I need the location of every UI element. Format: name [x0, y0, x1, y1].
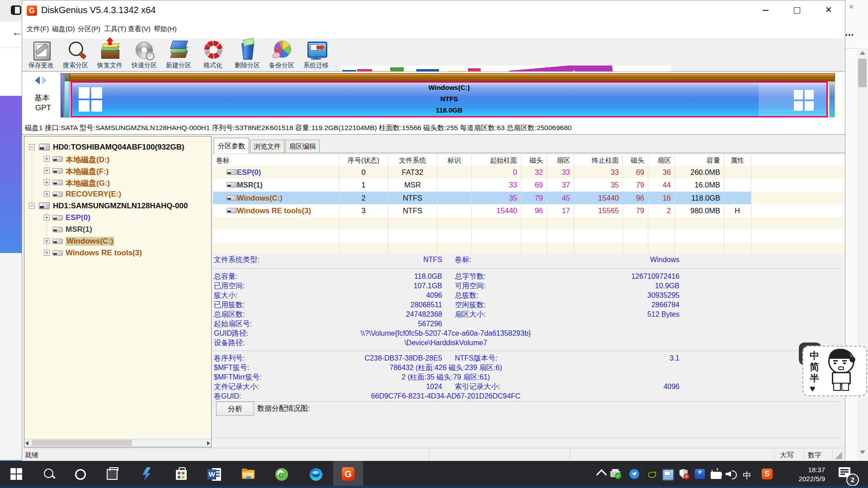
minimize-button[interactable]	[763, 10, 769, 11]
app-lightning-icon[interactable]	[140, 467, 154, 482]
table-row-selected[interactable]: Windows(C:) 2 NTFS 35 79 45 15440 96 16 …	[213, 192, 845, 204]
browser-tab-icon[interactable]	[11, 5, 21, 15]
edge-icon[interactable]	[309, 467, 323, 482]
tray-snowflake-icon[interactable]: *	[695, 469, 709, 483]
back-arrow-icon[interactable]: ←	[12, 27, 22, 37]
col-filesystem[interactable]: 文件系统	[388, 155, 437, 166]
tray-volume-icon[interactable]	[726, 469, 740, 483]
col-start-head[interactable]: 磁头	[521, 155, 543, 166]
search-partition-button[interactable]: 搜索分区	[58, 38, 93, 71]
tray-sogou-icon[interactable]: S	[762, 469, 776, 483]
scroll-up-icon[interactable]	[860, 51, 865, 55]
tree-item-local-g[interactable]: 本地磁盘(G:)	[24, 177, 211, 188]
tray-intel-gfx-icon[interactable]	[662, 469, 677, 483]
scroll-thumb[interactable]	[858, 59, 867, 87]
next-disk-arrow-icon[interactable]	[42, 76, 47, 84]
collapse-icon[interactable]	[29, 144, 35, 150]
tree-item-msr[interactable]: MSR(1)	[24, 224, 211, 235]
tab-sector-edit[interactable]: 扇区编辑	[285, 140, 320, 153]
store-icon[interactable]	[174, 467, 189, 482]
prev-disk-arrow-icon[interactable]	[35, 76, 40, 84]
tree-hscrollbar[interactable]	[24, 439, 211, 447]
expand-icon[interactable]	[44, 238, 50, 244]
tree-item-recovery-e[interactable]: RECOVERY(E:)	[24, 188, 211, 200]
col-identifier[interactable]: 标识	[437, 155, 472, 166]
tree-item-windows-re[interactable]: Windows RE tools(3)	[24, 247, 211, 259]
word-icon[interactable]: W	[208, 467, 222, 482]
maximize-button[interactable]	[794, 7, 800, 14]
close-icon[interactable]: ✕	[849, 3, 854, 11]
tray-expand-icon[interactable]	[596, 469, 607, 480]
tray-battery-icon[interactable]	[711, 469, 725, 483]
col-index-status[interactable]: 序号(状态)	[339, 155, 388, 166]
scroll-down-icon[interactable]	[860, 450, 865, 454]
expand-icon[interactable]	[44, 156, 50, 162]
tray-printer-icon[interactable]: ✓	[610, 469, 625, 483]
col-start-sector[interactable]: 扇区	[547, 155, 570, 166]
menu-partition[interactable]: 分区(P)	[78, 25, 100, 33]
diskgenius-taskbar-icon[interactable]: G	[341, 467, 355, 482]
expand-icon[interactable]	[44, 250, 50, 256]
tab-browse-files[interactable]: 浏览文件	[250, 140, 284, 153]
col-end-sector[interactable]: 扇区	[648, 155, 671, 166]
delete-partition-button[interactable]: 删除分区	[230, 38, 264, 71]
partition-windows-c[interactable]: Windows(C:) NTFS 118.0GB	[71, 81, 828, 117]
ellipsis-icon[interactable]: •••	[845, 32, 854, 38]
save-changes-button[interactable]: 保存更改	[24, 38, 58, 71]
format-button[interactable]: 格式化	[196, 38, 230, 71]
menu-file[interactable]: 文件(F)	[27, 25, 49, 33]
col-end-head[interactable]: 磁头	[623, 155, 644, 166]
tray-ime-lang-indicator[interactable]: 中	[743, 470, 751, 482]
tree-hscroll-thumb[interactable]	[32, 440, 132, 446]
col-capacity[interactable]: 容量	[675, 155, 720, 166]
tree-item-local-d[interactable]: 本地磁盘(D:)	[24, 153, 211, 165]
title-bar[interactable]: G DiskGenius V5.4.3.1342 x64 ✕	[22, 0, 845, 20]
file-explorer-icon[interactable]	[241, 467, 255, 482]
col-attributes[interactable]: 属性	[724, 155, 751, 166]
menu-help[interactable]: 帮助(H)	[154, 25, 177, 33]
cortana-button[interactable]	[73, 467, 88, 482]
expand-icon[interactable]	[44, 215, 50, 221]
col-start-cylinder[interactable]: 起始柱面	[472, 155, 517, 166]
quick-partition-button[interactable]: 快速分区	[127, 38, 161, 71]
partition-strip-re-tools[interactable]	[829, 81, 835, 117]
background-scrollbar[interactable]	[857, 48, 868, 462]
expand-icon[interactable]	[44, 179, 50, 185]
task-view-button[interactable]	[105, 467, 119, 482]
start-button[interactable]	[9, 467, 24, 482]
tree-item-hd0[interactable]: HD0:TOSHIBAMQ04ABF100(932GB)	[24, 141, 211, 153]
tree-item-esp[interactable]: ESP(0)	[24, 212, 211, 224]
expand-icon[interactable]	[44, 191, 50, 197]
tray-messenger-icon[interactable]	[629, 469, 644, 483]
table-row[interactable]: ESP(0) 0 FAT32 0 32 33 33 69 36 260.0MB	[213, 166, 845, 178]
ie-browser-icon[interactable]: e	[274, 467, 289, 482]
scroll-right-icon[interactable]	[207, 441, 210, 446]
menu-disk[interactable]: 磁盘(D)	[52, 25, 75, 33]
col-end-cylinder[interactable]: 终止柱面	[574, 155, 619, 166]
collapse-icon[interactable]	[29, 203, 35, 209]
table-row[interactable]: Windows RE tools(3) 3 NTFS 15440 96 17 1…	[213, 204, 845, 217]
table-row[interactable]: MSR(1) 1 MSR 33 69 37 35 79 44 16.0MB	[213, 178, 845, 191]
menu-view[interactable]: 查看(V)	[128, 25, 151, 33]
taskbar-clock[interactable]: 18:37 2022/5/9	[784, 465, 825, 483]
resize-grip[interactable]	[835, 452, 842, 459]
tree-item-windows-c[interactable]: Windows(C:)	[24, 235, 211, 247]
tray-defender-icon[interactable]: ✕	[679, 469, 693, 483]
menu-tools[interactable]: 工具(T)	[104, 25, 126, 33]
search-button[interactable]	[42, 467, 57, 482]
tree-item-hd1[interactable]: HD1:SAMSUNGMZNLN128HAHQ-000	[24, 200, 211, 212]
scroll-left-icon[interactable]	[25, 441, 28, 446]
tray-nvidia-icon[interactable]	[646, 469, 660, 483]
close-button[interactable]: ✕	[825, 5, 832, 15]
partition-strip-msr[interactable]	[64, 73, 70, 117]
partition-strip-esp[interactable]	[61, 73, 64, 117]
new-partition-button[interactable]: 新建分区	[161, 38, 196, 71]
tree-item-local-f[interactable]: 本地磁盘(F:)	[24, 165, 211, 177]
backup-partition-button[interactable]: 备份分区	[264, 38, 299, 71]
system-migrate-button[interactable]: 系统迁移	[299, 38, 333, 71]
expand-icon[interactable]	[44, 168, 50, 174]
ime-widget[interactable]: 中 简 半 ♥	[802, 346, 867, 396]
tab-partition-params[interactable]: 分区参数	[214, 138, 249, 153]
analyze-button[interactable]: 分析	[216, 402, 254, 416]
col-volume-label[interactable]: 卷标	[216, 155, 230, 166]
